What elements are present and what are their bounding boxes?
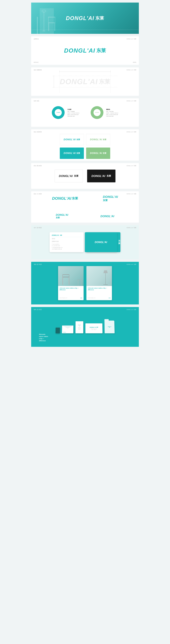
bw-black-en: DONGL'AI <box>91 174 105 178</box>
section9-label-tr: DONG LAI / 东莱 <box>127 264 136 265</box>
logo-white-section: 品牌标志 DONG LAI / 东莱 DONGL'AI 东莱 标准 标志 标准色 <box>31 36 139 65</box>
poster-image-2 <box>86 266 112 286</box>
green-rgb-label: RGB: <box>106 114 109 115</box>
biz-person-name: 张先生 <box>52 238 81 240</box>
logo-variants-section: 标志 色彩规范 DONG LAI / 东莱 DONGL'AI 东莱 DONGL'… <box>31 129 139 160</box>
poster-sub-2: www.donglai.com <box>88 297 95 299</box>
green-hex-line: HEX: #8CC88A <box>106 111 118 112</box>
green-circle-inner: #8CC88A <box>93 109 101 116</box>
hero-section: DONGL'AI 东莱 <box>31 2 139 34</box>
poster-image-1 <box>58 266 84 286</box>
teal-pantone-line: PANTONE 320C <box>68 116 79 117</box>
svg-rect-4 <box>48 17 55 18</box>
logo-size-large: DONGL'AI 东莱 <box>52 196 78 201</box>
section2-label-tr: DONG LAI / 东莱 <box>127 38 136 40</box>
teal-color-name: 主色调 <box>68 108 71 110</box>
stat-card-wide: DONGL'AI 东莱 Advocate nature makesa big —… <box>85 323 102 333</box>
biz-mobile: M: 138-0000-0000 <box>52 245 81 246</box>
poster-brand-1: 东莱 <box>80 297 82 299</box>
svg-rect-24 <box>69 277 69 285</box>
biz-tel: T: 010-12345678 <box>52 244 81 245</box>
svg-rect-19 <box>62 277 69 277</box>
teal-circle-inner: #1AB8B8 <box>55 109 62 116</box>
svg-rect-20 <box>62 274 69 275</box>
teal-hex-line: HEX: #1AB8B8 <box>68 111 79 112</box>
teal-color-circle: #1AB8B8 <box>52 106 65 119</box>
stacked-med-en: DONGL'AI <box>56 214 68 216</box>
logo-box-black: DONGL'AI 东莱 <box>87 170 115 182</box>
teal-rgb-line: RGB: R:26 G:184 B:184 <box>68 114 79 115</box>
en-only: DONGL'AI <box>100 214 114 218</box>
teal-hex-label: HEX: <box>68 111 70 112</box>
stationery-items: DONGL'AI DONGL'AI 东莱 Advocatenature make… <box>55 320 114 333</box>
section6-label-tl: 标志 黑白规范 <box>34 165 42 167</box>
section4-label-tr: DONG LAI / 东莱 <box>127 100 136 102</box>
logo-sizes-section: 标志 大小规范 DONG LAI / 东莱 DONGL'AI 东莱 DONGL'… <box>31 191 139 222</box>
size-large-en: DONGL'AI <box>52 196 71 201</box>
furniture-hero-svg <box>40 8 60 34</box>
green-hex-value: #8CC88A <box>109 111 113 112</box>
green-cmyk-label: CMYK: <box>106 112 109 114</box>
bizcard-section: 名片 设计规范 DONG LAI / 东莱 DONGL'AI 东莱 张先生 品牌… <box>31 225 139 259</box>
biz-contact-info: T: 010-12345678 M: 138-0000-0000 E: dong… <box>52 244 81 250</box>
biz-logo-en: DONGL'AI <box>52 234 59 236</box>
section2-label-tl: 品牌标志 <box>34 38 39 40</box>
stacked-large-en: DONGL'AI <box>103 195 118 199</box>
logo-size-en-only: DONGL'AI <box>100 214 114 218</box>
svg-marker-30 <box>103 270 108 273</box>
green-cmyk-line: CMYK: C:40 M:0 Y:50 K:0 <box>106 112 118 114</box>
teal-cmyk-line: CMYK: C:70 M:0 Y:30 K:0 <box>68 112 79 114</box>
hero-logo-en: DONGL'AI <box>66 15 94 21</box>
green-hex-inner: #8CC88A <box>95 112 99 113</box>
section7-label-tl: 标志 大小规范 <box>34 193 42 195</box>
poster-section: 海报 设计规范 DONG LAI / 东莱 Advocate nature ma… <box>31 262 139 304</box>
ghost-logo-en: DONGL'AI <box>60 77 98 86</box>
teal-name-line: 主色调 <box>68 108 79 110</box>
biz-back-cn: 东莱 <box>118 240 122 245</box>
teal-rgb-label: RGB: <box>68 114 70 115</box>
svg-rect-25 <box>77 280 82 280</box>
green-color-row: #8CC88A 辅助色 HEX: #8CC88A CMYK: C:40 M:0 … <box>91 106 118 119</box>
size-large-cn: 东莱 <box>72 196 78 200</box>
poster-footer-1: www.donglai.com 东莱 <box>60 297 82 299</box>
ghost-logo-cn: 东莱 <box>99 78 110 86</box>
stacked-large-cn: 东莱 <box>103 199 108 202</box>
logo-size-stacked-large: DONGL'AI 东莱 <box>103 195 118 202</box>
svg-rect-26 <box>78 280 78 286</box>
teal-hex-inner: #1AB8B8 <box>56 112 60 113</box>
svg-rect-23 <box>63 277 63 285</box>
variant1-en: DONGL'AI <box>64 138 76 141</box>
green-pantone-line: PANTONE 358C <box>106 116 118 117</box>
stat-envelope: DONGL'AI <box>62 326 73 333</box>
variant4-en: DONGL'AI <box>90 152 102 154</box>
teal-cmyk-value: C:70 M:0 Y:30 K:0 <box>71 112 79 114</box>
poster-chair-svg-1 <box>60 270 72 286</box>
section8-label-tr: DONG LAI / 东莱 <box>127 227 136 229</box>
logo-size-stacked-medium: DONGL'AI 东莱 <box>56 214 68 219</box>
stationery-section: 物料 设计规范 DONG LAI / 东莱 Advocate nature ma… <box>31 307 139 347</box>
section6-label-tr: DONG LAI / 东莱 <box>127 165 136 167</box>
green-info-col: 辅助色 HEX: #8CC88A CMYK: C:40 M:0 Y:50 K:0… <box>106 108 118 117</box>
stat-folder: DONGL'AI 东莱 <box>104 320 115 333</box>
main-logo-en: DONGL'AI <box>64 47 95 54</box>
variant2-en: DONGL'AI <box>90 138 102 141</box>
variant3-cn: 东莱 <box>76 152 80 154</box>
section5-label-tl: 标志 色彩规范 <box>34 131 42 133</box>
poster-lamp-svg <box>101 269 110 286</box>
stacked-med-cn: 东莱 <box>56 216 60 219</box>
hero-logo-cn: 东莱 <box>95 15 104 21</box>
poster-footer-2: www.donglai.com 东莱 <box>88 297 110 299</box>
logo-box-white: DONGL'AI 东莱 <box>55 170 83 182</box>
section8-label-tl: 名片 设计规范 <box>34 227 42 229</box>
color-section: 标准 色彩 DONG LAI / 东莱 #1AB8B8 主色调 HEX: #1A… <box>31 98 139 127</box>
logo-box-filled-teal: DONGL'AI 东莱 <box>60 148 84 159</box>
green-rgb-value: R:140 G:200 B:138 <box>109 114 118 115</box>
stationery-tagline: Advocate nature makes a big — difference <box>39 333 48 342</box>
teal-pantone-value: PANTONE 320C <box>68 116 75 117</box>
biz-card-front: DONGL'AI 东莱 张先生 品牌设计总监 T: 010-12345678 M… <box>50 232 84 252</box>
biz-address: 北京市朝阳区东莱大厦 <box>52 248 81 250</box>
biz-person-title: 品牌设计总监 <box>52 241 81 242</box>
logo-box-outline-green: DONGL'AI 东莱 <box>86 134 110 145</box>
section9-label-tl: 海报 设计规范 <box>34 264 42 265</box>
poster-tagline-2: Advocate nature makes a big — difference <box>88 288 110 291</box>
